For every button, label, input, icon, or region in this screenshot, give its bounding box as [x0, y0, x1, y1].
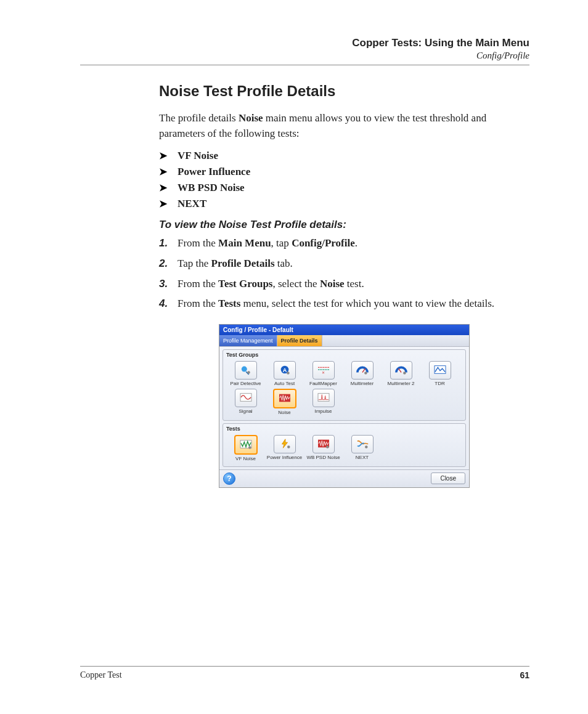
test-group-item: ✕FaultMapper	[304, 361, 343, 386]
fault-mapper-label: FaultMapper	[304, 381, 343, 386]
bullet-item: WB PSD Noise	[159, 182, 529, 194]
test-group-item: Noise	[265, 389, 304, 415]
auto-test-label: Auto Test	[265, 381, 304, 386]
multimeter-label: Multimeter	[343, 381, 382, 386]
running-header: Copper Tests: Using the Main Menu Config…	[80, 37, 529, 61]
bottom-bar: ? Close	[219, 469, 469, 487]
wb-psd-noise-label: WB PSD Noise	[304, 455, 343, 460]
svg-point-0	[241, 366, 247, 371]
power-influence-label: Power Influence	[265, 455, 304, 460]
bullet-item: Power Influence	[159, 166, 529, 178]
intro-paragraph: The profile details Noise main menu allo…	[159, 111, 529, 141]
svg-text:✕: ✕	[322, 370, 325, 375]
steps-list: From the Main Menu, tap Config/Profile. …	[159, 236, 529, 312]
auto-test-icon: A	[278, 364, 292, 376]
fault-mapper-icon: ✕	[317, 364, 330, 376]
wb-psd-noise-button[interactable]	[312, 435, 335, 453]
window-titlebar: Config / Profile - Default	[219, 325, 469, 335]
test-group-item: TDR	[420, 361, 459, 386]
pair-detective-label: Pair Detective	[226, 381, 265, 386]
section-title: Config/Profile	[80, 51, 529, 61]
signal-button[interactable]	[235, 389, 257, 407]
svg-line-9	[362, 368, 365, 372]
svg-point-20	[287, 445, 290, 448]
footer-rule	[80, 666, 529, 667]
footer-doc-title: Copper Test	[80, 670, 122, 680]
multimeter-button[interactable]	[351, 361, 374, 379]
impulse-button[interactable]	[312, 389, 335, 407]
test-group-item: Pair Detective	[226, 361, 265, 386]
page-title: Noise Test Profile Details	[159, 83, 529, 100]
svg-point-2	[247, 371, 250, 374]
svg-rect-14	[240, 394, 251, 402]
tdr-label: TDR	[420, 381, 459, 386]
bullet-item: NEXT	[159, 198, 529, 210]
auto-test-button[interactable]: A	[274, 361, 296, 379]
pair-detective-icon	[239, 364, 253, 376]
pair-detective-button[interactable]	[235, 361, 257, 379]
svg-point-10	[364, 371, 367, 375]
test-groups-row: Pair DetectiveAAuto Test✕FaultMapperMult…	[226, 360, 462, 416]
test-groups-group: Test Groups Pair DetectiveAAuto Test✕Fau…	[223, 349, 466, 421]
impulse-label: Impulse	[304, 409, 343, 414]
test-groups-label: Test Groups	[226, 352, 462, 358]
tdr-icon	[433, 364, 447, 376]
power-influence-icon	[278, 438, 292, 450]
page-footer: Copper Test 61	[80, 666, 529, 680]
tdr-button[interactable]	[429, 361, 451, 379]
multimeter2-label: Multimeter 2	[382, 381, 420, 386]
signal-icon	[239, 392, 253, 404]
config-profile-screenshot: Config / Profile - Default Profile Manag…	[219, 324, 470, 488]
procedure-title: To view the Noise Test Profile details:	[159, 219, 529, 231]
svg-marker-19	[282, 439, 287, 448]
page-number: 61	[520, 670, 529, 680]
test-group-item: Signal	[226, 389, 265, 415]
svg-point-5	[287, 371, 290, 375]
signal-label: Signal	[226, 409, 265, 414]
svg-rect-16	[318, 394, 329, 402]
tab-profile-details[interactable]: Profile Details	[277, 335, 322, 346]
test-item: NEXT	[343, 435, 382, 461]
impulse-icon	[317, 392, 330, 404]
svg-text:A: A	[282, 367, 287, 373]
test-group-item: Multimeter 2	[382, 361, 420, 386]
next-icon	[356, 438, 369, 450]
multimeter2-icon	[394, 364, 408, 376]
intro-text-1: The profile details	[159, 112, 239, 124]
test-item: VF Noise	[226, 435, 265, 461]
tab-bar: Profile Management Profile Details	[219, 335, 469, 347]
step-2: Tap the Profile Details tab.	[159, 256, 529, 272]
tests-group: Tests VF NoisePower InfluenceWB PSD Nois…	[223, 423, 466, 467]
vf-noise-label: VF Noise	[226, 456, 265, 461]
svg-point-18	[248, 446, 251, 449]
multimeter2-button[interactable]	[390, 361, 412, 379]
test-group-item: Multimeter	[343, 361, 382, 386]
next-button[interactable]	[351, 435, 374, 453]
noise-button[interactable]	[273, 389, 296, 408]
noise-icon	[278, 392, 292, 405]
step-3: From the Test Groups, select the Noise t…	[159, 277, 529, 292]
multimeter-icon	[356, 364, 369, 376]
svg-point-22	[326, 445, 329, 448]
svg-point-23	[365, 445, 368, 448]
step-4: From the Tests menu, select the test for…	[159, 296, 529, 312]
chapter-title: Copper Tests: Using the Main Menu	[80, 37, 529, 49]
test-group-item: Impulse	[304, 389, 343, 415]
help-button[interactable]: ?	[223, 473, 235, 485]
close-button[interactable]: Close	[431, 473, 465, 484]
test-item: Power Influence	[265, 435, 304, 461]
wb-psd-noise-icon	[317, 438, 330, 450]
vf-noise-button[interactable]	[234, 435, 258, 455]
noise-label: Noise	[265, 410, 304, 415]
svg-line-11	[398, 368, 401, 372]
bullet-list: VF Noise Power Influence WB PSD Noise NE…	[159, 150, 529, 210]
tests-label: Tests	[226, 426, 462, 432]
power-influence-button[interactable]	[274, 435, 296, 453]
test-group-item: AAuto Test	[265, 361, 304, 386]
tests-row: VF NoisePower InfluenceWB PSD NoiseNEXT	[226, 434, 462, 463]
header-rule	[80, 65, 529, 65]
test-item: WB PSD Noise	[304, 435, 343, 461]
bullet-item: VF Noise	[159, 150, 529, 162]
tab-profile-management[interactable]: Profile Management	[219, 335, 277, 346]
fault-mapper-button[interactable]: ✕	[312, 361, 335, 379]
